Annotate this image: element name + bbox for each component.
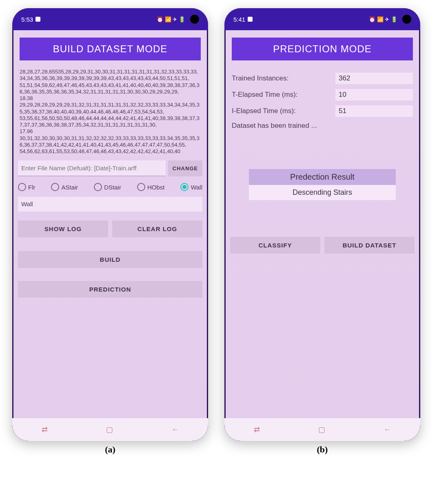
radio-hobst[interactable]: HObst	[137, 183, 165, 191]
build-button[interactable]: BUILD	[18, 251, 202, 268]
radio-dstair[interactable]: DStair	[94, 183, 121, 191]
i-elapsed-value: 51	[335, 105, 413, 117]
i-elapsed-label: I-Elapsed Time (ms):	[232, 107, 335, 115]
back-icon[interactable]: ←	[171, 425, 179, 434]
t-elapsed-label: T-Elapsed Time (ms):	[232, 91, 335, 99]
radio-label: Wall	[191, 184, 202, 191]
camera-hole-icon	[190, 15, 199, 24]
filename-input[interactable]	[18, 160, 166, 176]
class-radio-group: Flr AStair DStair HObst Wall	[18, 183, 202, 191]
radio-label: HObst	[147, 184, 165, 191]
system-nav-bar: ⇄ ▢ ←	[12, 418, 208, 441]
change-button[interactable]: CHANGE	[168, 160, 202, 176]
radio-flr[interactable]: Flr	[18, 183, 35, 191]
radio-label: DStair	[104, 184, 121, 191]
t-elapsed-value: 10	[335, 89, 413, 100]
home-icon[interactable]: ▢	[318, 425, 325, 434]
status-bar: 5:41 ⏰ 📶 ✈ 🔋	[224, 8, 420, 30]
home-icon[interactable]: ▢	[106, 425, 113, 434]
build-dataset-button[interactable]: BUILD DATASET	[324, 237, 415, 254]
page-title: BUILD DATASET MODE	[20, 38, 201, 60]
clear-log-button[interactable]: CLEAR LOG	[112, 220, 202, 237]
status-time: 5:53	[21, 16, 33, 23]
back-icon[interactable]: ←	[384, 425, 391, 434]
phone-prediction-mode: 5:41 ⏰ 📶 ✈ 🔋 PREDICTION MODE Trained Ins…	[224, 8, 420, 441]
phone-build-dataset: 5:53 ⏰ 📶 ✈ 🔋 BUILD DATASET MODE 28,28,27…	[12, 8, 208, 441]
prediction-result-value: Descending Stairs	[249, 185, 396, 200]
show-log-button[interactable]: SHOW LOG	[18, 220, 108, 237]
trained-instances-label: Trained Instances:	[232, 74, 335, 82]
subfigure-label-a: (a)	[12, 444, 208, 455]
radio-label: AStair	[61, 184, 78, 191]
prediction-button[interactable]: PREDICTION	[18, 281, 202, 298]
system-nav-bar: ⇄ ▢ ←	[224, 418, 420, 441]
radio-astair[interactable]: AStair	[51, 183, 78, 191]
prediction-result-block: Predection Result Descending Stairs	[249, 169, 396, 200]
classify-button[interactable]: CLASSIFY	[230, 237, 320, 254]
recents-icon[interactable]: ⇄	[254, 425, 260, 434]
status-right-icons: ⏰ 📶 ✈ 🔋	[157, 16, 185, 22]
radio-label: Flr	[28, 184, 35, 191]
status-bar: 5:53 ⏰ 📶 ✈ 🔋	[12, 8, 208, 30]
radio-wall[interactable]: Wall	[180, 183, 202, 191]
training-status-text: Dataset has been trained ...	[232, 122, 413, 130]
stop-icon	[35, 17, 40, 22]
selected-class-display: Wall	[18, 197, 202, 212]
subfigure-label-b: (b)	[224, 444, 420, 455]
recents-icon[interactable]: ⇄	[42, 425, 48, 434]
status-right-icons: ⏰ 📶 ✈ 🔋	[369, 16, 397, 22]
log-output: 28,28,27,28,65535,28,29,29,31,30,30,31,3…	[17, 67, 203, 156]
stop-icon	[248, 17, 253, 22]
status-time: 5:41	[233, 16, 245, 23]
prediction-result-title: Predection Result	[249, 169, 396, 185]
camera-hole-icon	[402, 15, 411, 24]
page-title: PREDICTION MODE	[232, 38, 413, 60]
trained-instances-value: 362	[335, 73, 413, 84]
